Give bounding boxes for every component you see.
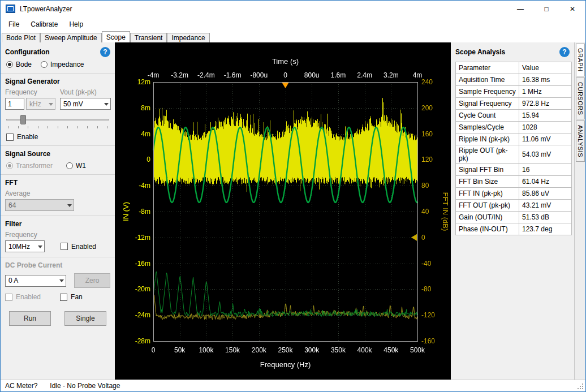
tab-bar: Bode Plot Sweep Amplitude Scope Transien… bbox=[1, 31, 585, 42]
chevron-down-icon bbox=[38, 245, 42, 251]
section-divider bbox=[1, 257, 115, 257]
analysis-row: Gain (OUT/IN)51.53 dB bbox=[456, 212, 572, 223]
radio-impedance-control bbox=[41, 61, 48, 68]
analysis-value: 15.94 bbox=[519, 110, 572, 122]
tab-bode-plot[interactable]: Bode Plot bbox=[2, 33, 40, 42]
scope-chart[interactable] bbox=[115, 42, 451, 380]
filter-title: Filter bbox=[5, 220, 110, 228]
fft-average-select[interactable]: 64 bbox=[5, 199, 74, 211]
fft-title: FFT bbox=[5, 179, 110, 187]
filter-enabled-label: Enabled bbox=[71, 243, 96, 251]
single-button[interactable]: Single bbox=[64, 311, 106, 326]
filter-frequency-select[interactable]: 10MHz bbox=[5, 240, 45, 252]
menu-file[interactable]: File bbox=[3, 17, 25, 31]
analysis-param: Sample Frequency bbox=[456, 86, 519, 98]
resize-grip[interactable] bbox=[577, 383, 584, 390]
radio-impedance-label: Impedance bbox=[50, 61, 84, 68]
vout-select[interactable]: 50 mV bbox=[60, 98, 111, 110]
analysis-param: Samples/Cycle bbox=[456, 122, 519, 133]
menu-help[interactable]: Help bbox=[63, 17, 89, 31]
fan-checkbox-box bbox=[60, 294, 67, 301]
analysis-value: 11.06 mV bbox=[519, 133, 572, 145]
analysis-row: Signal FFT Bin16 bbox=[456, 164, 572, 176]
analysis-param: Phase (IN-OUT) bbox=[456, 223, 519, 235]
tab-sweep-amplitude[interactable]: Sweep Amplitude bbox=[40, 33, 102, 42]
dc-probe-current-value: 0 A bbox=[8, 277, 18, 285]
filter-enabled-box bbox=[61, 243, 68, 250]
configuration-title: Configuration bbox=[5, 48, 50, 56]
filter-enabled-checkbox[interactable]: Enabled bbox=[61, 243, 96, 251]
app-icon bbox=[6, 5, 15, 13]
analysis-param: Ripple IN (pk-pk) bbox=[456, 133, 519, 145]
filter-frequency-value: 10MHz bbox=[8, 243, 30, 251]
section-divider bbox=[1, 145, 115, 146]
side-tab-strip: GRAPH CURSORS ANALYSIS bbox=[574, 42, 585, 380]
side-tab-cursors[interactable]: CURSORS bbox=[576, 77, 585, 120]
amplitude-slider[interactable] bbox=[6, 114, 109, 130]
fft-average-value: 64 bbox=[8, 201, 16, 209]
analysis-row: Phase (IN-OUT)123.7 deg bbox=[456, 223, 572, 235]
signal-source-radios: Transformer W1 bbox=[6, 162, 110, 170]
analysis-row: Sample Frequency1 MHz bbox=[456, 86, 572, 98]
maximize-button[interactable]: □ bbox=[533, 1, 559, 17]
fft-average-label: Average bbox=[5, 189, 110, 197]
tab-impedance[interactable]: Impedance bbox=[167, 33, 209, 42]
enable-checkbox[interactable]: Enable bbox=[6, 133, 110, 141]
analysis-param: Cycle Count bbox=[456, 110, 519, 122]
radio-bode[interactable]: Bode bbox=[6, 61, 32, 68]
tab-scope[interactable]: Scope bbox=[102, 31, 130, 42]
menu-calibrate[interactable]: Calibrate bbox=[25, 17, 63, 31]
analysis-row: Ripple OUT (pk-pk)54.03 mV bbox=[456, 145, 572, 164]
close-button[interactable]: ✕ bbox=[559, 1, 585, 17]
signal-source-title: Signal Source bbox=[5, 150, 110, 158]
analysis-value: 51.53 dB bbox=[519, 212, 572, 223]
dc-probe-title: DC Probe Current bbox=[5, 261, 110, 269]
enable-checkbox-label: Enable bbox=[17, 133, 38, 141]
section-divider bbox=[1, 216, 115, 216]
analysis-row: FFT OUT (pk-pk)43.21 mV bbox=[456, 200, 572, 212]
zero-button[interactable]: Zero bbox=[74, 273, 110, 288]
analysis-title: Scope Analysis bbox=[455, 48, 505, 56]
analysis-value: 1 MHz bbox=[519, 86, 572, 98]
fan-checkbox[interactable]: Fan bbox=[60, 293, 83, 301]
section-divider bbox=[1, 73, 115, 74]
frequency-unit-select[interactable]: kHz bbox=[26, 98, 55, 110]
radio-w1-label: W1 bbox=[76, 162, 86, 170]
analysis-panel: Scope Analysis ? Parameter Value Aquisit… bbox=[451, 42, 574, 380]
enable-checkbox-box bbox=[6, 133, 14, 141]
analysis-param: Gain (OUT/IN) bbox=[456, 212, 519, 223]
analysis-row: Samples/Cycle1028 bbox=[456, 122, 572, 133]
analysis-param: FFT IN (pk-pk) bbox=[456, 188, 519, 200]
configuration-help-icon[interactable]: ? bbox=[100, 47, 110, 57]
tab-transient[interactable]: Transient bbox=[130, 33, 167, 42]
chevron-down-icon bbox=[59, 279, 64, 285]
dc-enabled-label: Enabled bbox=[16, 293, 41, 301]
vout-value: 50 mV bbox=[63, 100, 83, 108]
slider-thumb[interactable] bbox=[20, 115, 26, 124]
side-tab-analysis[interactable]: ANALYSIS bbox=[576, 120, 585, 162]
analysis-row: Signal Frequency972.8 Hz bbox=[456, 98, 572, 110]
dc-probe-current-select[interactable]: 0 A bbox=[5, 275, 66, 287]
control-sidebar: Configuration ? Bode Impedance Signal Ge… bbox=[1, 42, 115, 380]
title-bar: LTpowerAnalyzer — □ ✕ bbox=[1, 1, 585, 17]
radio-w1-control bbox=[66, 162, 73, 169]
analysis-value: 1028 bbox=[519, 122, 572, 133]
radio-impedance[interactable]: Impedance bbox=[41, 61, 84, 68]
radio-transformer-control bbox=[6, 162, 13, 169]
analysis-value: 16 bbox=[519, 164, 572, 176]
analysis-help-icon[interactable]: ? bbox=[559, 47, 570, 57]
radio-w1[interactable]: W1 bbox=[66, 162, 86, 170]
radio-bode-label: Bode bbox=[16, 61, 32, 68]
analysis-param: Ripple OUT (pk-pk) bbox=[456, 145, 519, 164]
minimize-button[interactable]: — bbox=[507, 1, 533, 17]
run-button[interactable]: Run bbox=[9, 311, 51, 326]
frequency-input[interactable] bbox=[5, 98, 24, 110]
section-divider bbox=[1, 174, 115, 175]
dc-enabled-checkbox[interactable]: Enabled bbox=[5, 293, 41, 301]
signal-generator-title: Signal Generator bbox=[5, 77, 110, 85]
radio-transformer[interactable]: Transformer bbox=[6, 162, 53, 170]
slider-ticks bbox=[8, 126, 107, 128]
side-tab-graph[interactable]: GRAPH bbox=[576, 44, 585, 76]
analysis-param: FFT Bin Size bbox=[456, 176, 519, 188]
vout-label: Vout (pk-pk) bbox=[60, 88, 111, 96]
